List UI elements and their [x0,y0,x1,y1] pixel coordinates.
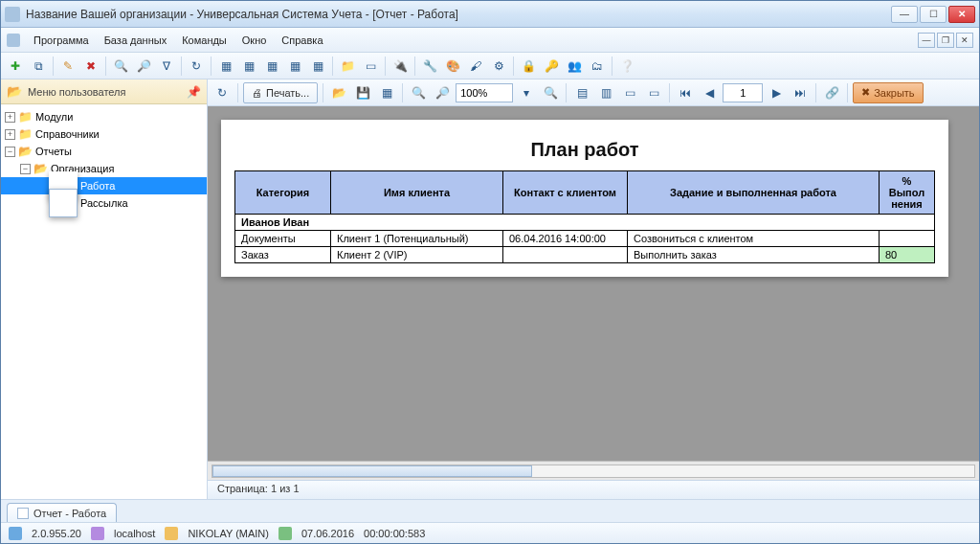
col-task: Задание и выполненная работа [628,171,880,215]
zoom-dropdown-icon[interactable]: ▾ [516,82,537,103]
status-date: 07.06.2016 [301,528,354,539]
excel-export-icon[interactable]: ▦ [307,56,328,77]
separator [669,83,670,102]
page-icon [17,508,29,519]
separator [181,57,182,76]
folder-open-icon: 📂 [18,145,33,158]
search-button[interactable]: 🔍 [110,56,131,77]
separator [211,57,212,76]
menu-program[interactable]: Программа [26,32,97,49]
edit-button[interactable]: ✎ [57,56,78,77]
mdi-minimize-button[interactable]: — [918,33,935,48]
status-version: 2.0.955.20 [32,528,81,539]
audit-icon[interactable]: 🗂 [587,56,608,77]
brush-icon[interactable]: 🖌 [465,56,486,77]
last-page-icon[interactable]: ⏭ [790,82,811,103]
zoom-input[interactable] [456,83,513,102]
filter-button[interactable]: ∇ [156,56,177,77]
close-report-button[interactable]: ✖ Закрыть [853,82,923,103]
users-icon[interactable]: 👥 [564,56,585,77]
separator [612,57,612,76]
tree-node-org[interactable]: − 📂 Организация [1,160,207,177]
collapse-icon[interactable]: − [20,164,31,174]
prev-page-icon[interactable]: ◀ [699,82,720,103]
grid1-icon[interactable]: ▦ [215,56,236,77]
export-icon[interactable]: ▦ [376,82,397,103]
mdi-restore-button[interactable]: ❐ [937,33,954,48]
add-button[interactable]: ✚ [5,56,26,77]
expand-icon[interactable]: + [5,129,15,140]
attach-icon[interactable]: 🔗 [821,82,842,103]
plug-icon[interactable]: 🔌 [390,56,411,77]
first-page-icon[interactable]: ⏮ [675,82,696,103]
page-input[interactable] [723,83,763,102]
tree-node-reports[interactable]: − 📂 Отчеты [1,143,207,160]
next-page-icon[interactable]: ▶ [766,82,787,103]
col-category: Категория [235,171,331,215]
save-icon[interactable]: 💾 [352,82,373,103]
scroll-track[interactable] [212,465,975,478]
table-row: Документы Клиент 1 (Потенциальный) 06.04… [235,231,935,247]
cell-pct [880,231,935,247]
menu-help[interactable]: Справка [274,32,330,49]
grid4-icon[interactable]: ▦ [284,56,305,77]
nav-tree: + 📁 Модули + 📁 Справочники − 📂 Отчеты − … [1,104,207,499]
margins-icon[interactable]: ▭ [619,82,640,103]
menu-database[interactable]: База данных [97,32,175,49]
horizontal-scrollbar[interactable] [208,461,979,480]
key-icon[interactable]: 🔑 [541,56,562,77]
pin-icon[interactable]: 📌 [187,85,201,99]
gear-icon[interactable]: ⚙ [488,56,509,77]
report-pane: ↻ 🖨 Печать... 📂 💾 ▦ 🔍 🔎 ▾ 🔍 ▤ ▥ [208,79,979,499]
report-table: Категория Имя клиента Контакт с клиентом… [234,170,935,263]
palette-icon[interactable]: 🎨 [442,56,463,77]
find-next-button[interactable]: 🔎 [133,56,154,77]
expand-icon[interactable]: + [5,112,15,123]
separator [323,83,323,102]
folder-icon[interactable]: 📁 [337,56,358,77]
zoom-reset-icon[interactable]: 🔍 [540,82,561,103]
print-button[interactable]: 🖨 Печать... [243,82,318,103]
app-icon [5,7,20,22]
mdi-close-button[interactable]: ✕ [956,33,973,48]
menu-window[interactable]: Окно [234,32,275,49]
maximize-button[interactable]: ☐ [920,6,947,23]
tree-node-work[interactable]: Работа [1,177,207,194]
zoom-in-icon[interactable]: 🔎 [432,82,453,103]
grid2-icon[interactable]: ▦ [238,56,259,77]
layout1-icon[interactable]: ▤ [571,82,592,103]
print-label: Печать... [266,87,309,99]
wrench-icon[interactable]: 🔧 [419,56,440,77]
status-host: localhost [114,528,155,539]
report-viewport[interactable]: План работ Категория Имя клиента Контакт… [208,106,979,461]
layout2-icon[interactable]: ▥ [595,82,616,103]
tree-node-modules[interactable]: + 📁 Модули [1,108,207,125]
close-button[interactable]: ✕ [948,6,975,23]
help-icon[interactable]: ❔ [616,56,637,77]
copy-button[interactable]: ⧉ [28,56,49,77]
delete-button[interactable]: ✖ [80,56,101,77]
menu-commands[interactable]: Команды [174,32,234,49]
grid3-icon[interactable]: ▦ [261,56,282,77]
separator [332,57,333,76]
col-pct: % Выпол нения [880,171,935,215]
collapse-icon[interactable]: − [5,147,15,157]
outline-icon[interactable]: ▭ [643,82,664,103]
doc-tab-report-work[interactable]: Отчет - Работа [7,503,117,522]
tree-node-refs[interactable]: + 📁 Справочники [1,125,207,143]
refresh-button[interactable]: ↻ [186,56,207,77]
app-icon-small [7,34,20,47]
cell-client: Клиент 1 (Потенциальный) [331,231,503,247]
close-label: Закрыть [874,87,914,99]
window-title: Название Вашей организации - Универсальн… [26,8,891,21]
tree-node-mailing[interactable]: Рассылка [1,194,207,212]
menu-bar: Программа База данных Команды Окно Справ… [1,28,979,53]
minimize-button[interactable]: — [891,6,918,23]
refresh-report-icon[interactable]: ↻ [212,82,233,103]
separator [566,83,567,102]
window-icon[interactable]: ▭ [360,56,381,77]
open-icon[interactable]: 📂 [328,82,349,103]
zoom-out-icon[interactable]: 🔍 [408,82,429,103]
scroll-thumb[interactable] [212,465,532,477]
lock-icon[interactable]: 🔒 [518,56,539,77]
